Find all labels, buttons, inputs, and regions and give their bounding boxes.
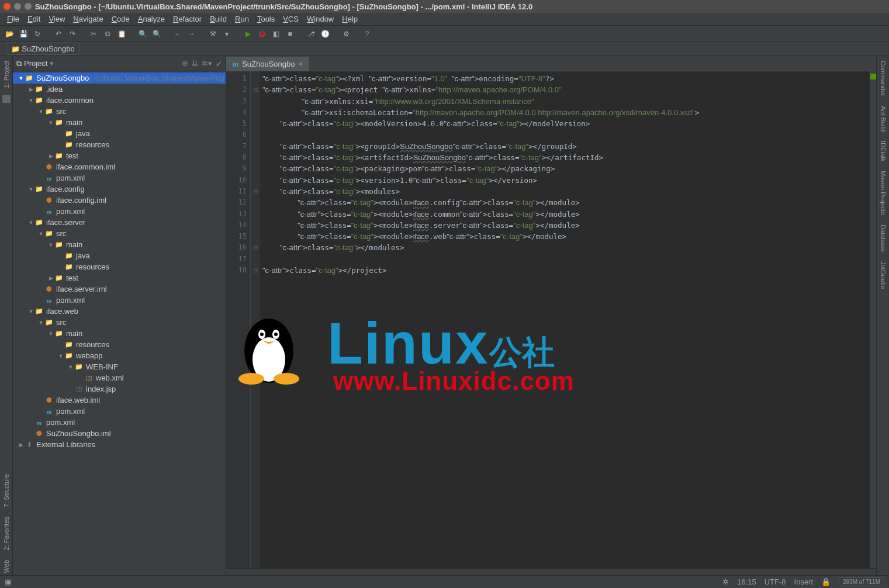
tool-structure[interactable]: 7: Structure (2, 472, 11, 510)
tree-node[interactable]: mpom.xml (13, 295, 226, 306)
encoding[interactable]: UTF-8 (765, 577, 786, 586)
scroll-to-icon[interactable]: ⊕ (182, 59, 188, 68)
help-icon[interactable]: ? (361, 28, 373, 40)
tree-node[interactable]: mpom.xml (13, 172, 226, 184)
tree-node[interactable]: ⬢iface.config.iml (13, 195, 226, 206)
status-icon[interactable]: ▣ (5, 577, 12, 586)
tool-idetalk[interactable]: IDEtalk (878, 139, 888, 164)
memory-indicator[interactable]: 283M of 711M (839, 577, 884, 586)
tree-node[interactable]: ▼📁iface.server (13, 217, 226, 228)
maximize-icon[interactable] (25, 3, 32, 10)
tree-node[interactable]: ▼📁src (13, 106, 226, 117)
tree-node[interactable]: ▶📁test (13, 272, 226, 283)
tool-jetgradle[interactable]: JetGradle (878, 259, 888, 292)
forward-icon[interactable]: → (186, 28, 198, 40)
breadcrumb[interactable]: 📁 SuZhouSongbo (6, 43, 80, 55)
tree-node[interactable]: ▼📁main (13, 328, 226, 339)
error-stripe[interactable] (869, 71, 876, 568)
tree-node[interactable]: 📁resources (13, 261, 226, 272)
paste-icon[interactable]: 📋 (116, 28, 127, 40)
tree-node[interactable]: ▶⫴External Libraries (13, 439, 226, 450)
run-config-icon[interactable]: ▾ (221, 28, 233, 40)
tree-node[interactable]: ▼📁iface.web (13, 306, 226, 317)
caret-position[interactable]: 16:15 (737, 577, 756, 586)
tree-node[interactable]: 📁resources (13, 139, 226, 150)
tree-node[interactable]: ▶📁test (13, 150, 226, 161)
tool-maven-projects[interactable]: Maven Projects (878, 168, 888, 217)
tree-node[interactable]: ▼📁WEB-INF (13, 361, 226, 372)
tool-project[interactable]: 1: Project (2, 58, 11, 90)
settings-icon[interactable]: ⚙ (340, 28, 352, 40)
save-icon[interactable]: 💾 (18, 28, 29, 40)
project-tree[interactable]: ▼📁SuZhouSongbo (~/Ubuntu.VirtualBox.Shar… (13, 71, 226, 575)
tree-node[interactable]: ◫index.jsp (13, 383, 226, 395)
coverage-icon[interactable]: ◧ (270, 28, 282, 40)
tree-node[interactable]: ▼📁iface.common (13, 95, 226, 106)
open-icon[interactable]: 📂 (4, 28, 15, 40)
code-area[interactable]: "c-attr">class="c-tag"><?xml "c-attr">ve… (260, 71, 869, 568)
tree-node[interactable]: ▶📁.idea (13, 84, 226, 95)
build-icon[interactable]: ⚒ (207, 28, 219, 40)
tool-favorites[interactable]: 2: Favorites (2, 514, 11, 552)
back-icon[interactable]: ← (172, 28, 184, 40)
tree-node[interactable]: 📁resources (13, 339, 226, 350)
menu-code[interactable]: Code (109, 14, 132, 24)
lock-icon[interactable]: 🔒 (821, 577, 831, 586)
menu-analyze[interactable]: Analyze (136, 14, 167, 24)
minimize-icon[interactable] (14, 3, 21, 10)
tool-database[interactable]: Database (878, 222, 888, 254)
tree-node[interactable]: mpom.xml (13, 406, 226, 417)
tool-commander[interactable]: Commander (878, 58, 888, 99)
sync-icon[interactable]: ↻ (32, 28, 43, 40)
tab-suzhousongbo[interactable]: m SuZhouSongbo ✕ (226, 57, 309, 71)
history-icon[interactable]: 🕓 (319, 28, 331, 40)
tree-node[interactable]: ◫web.xml (13, 372, 226, 383)
tree-node[interactable]: ▼📁src (13, 317, 226, 328)
run-icon[interactable]: ▶ (242, 28, 254, 40)
menu-navigate[interactable]: Navigate (71, 14, 105, 24)
tool-web[interactable]: Web (2, 558, 11, 575)
project-header[interactable]: ⧉Project▾ (16, 59, 54, 68)
menu-file[interactable]: File (5, 14, 22, 24)
menu-tools[interactable]: Tools (255, 14, 277, 24)
menu-view[interactable]: View (46, 14, 67, 24)
tree-node[interactable]: ⬢iface.web.iml (13, 395, 226, 406)
menu-vcs[interactable]: VCS (281, 14, 301, 24)
menu-help[interactable]: Help (340, 14, 360, 24)
menu-refactor[interactable]: Refactor (171, 14, 204, 24)
horizontal-scrollbar[interactable] (226, 568, 876, 575)
tree-node[interactable]: 📁java (13, 250, 226, 261)
cut-icon[interactable]: ✂ (88, 28, 99, 40)
tree-node[interactable]: ⬢iface.server.iml (13, 283, 226, 295)
tree-node[interactable]: ▼📁main (13, 117, 226, 128)
close-tab-icon[interactable]: ✕ (298, 61, 303, 67)
tool-ant-build[interactable]: Ant Build (878, 103, 888, 134)
find-icon[interactable]: 🔍 (137, 28, 148, 40)
replace-icon[interactable]: 🔍 (151, 28, 162, 40)
collapse-icon[interactable]: ⇊ (192, 59, 198, 68)
menu-build[interactable]: Build (207, 14, 229, 24)
jrebel-icon[interactable] (2, 95, 11, 103)
redo-icon[interactable]: ↷ (67, 28, 78, 40)
vcs-icon[interactable]: ⎇ (305, 28, 317, 40)
tree-node[interactable]: ⬢iface.common.iml (13, 161, 226, 172)
undo-icon[interactable]: ↶ (53, 28, 64, 40)
close-icon[interactable] (4, 3, 11, 10)
hide-icon[interactable]: ↙ (216, 59, 222, 68)
tree-node[interactable]: ▼📁iface.config (13, 184, 226, 195)
copy-icon[interactable]: ⧉ (102, 28, 113, 40)
tree-node[interactable]: 📁java (13, 128, 226, 139)
stop-icon[interactable]: ■ (284, 28, 296, 40)
tree-node[interactable]: ▼📁webapp (13, 350, 226, 361)
tree-node[interactable]: ▼📁src (13, 228, 226, 239)
tree-node[interactable]: ▼📁main (13, 239, 226, 250)
tree-node[interactable]: mpom.xml (13, 206, 226, 217)
tree-node[interactable]: mpom.xml (13, 417, 226, 428)
tree-node[interactable]: ▼📁SuZhouSongbo (~/Ubuntu.VirtualBox.Shar… (13, 72, 226, 84)
tree-node[interactable]: ⬢SuZhouSongbo.iml (13, 428, 226, 439)
debug-icon[interactable]: 🐞 (256, 28, 268, 40)
bg-tasks-icon[interactable]: ✲ (722, 577, 729, 586)
insert-mode[interactable]: Insert (794, 577, 814, 586)
menu-run[interactable]: Run (233, 14, 251, 24)
menu-window[interactable]: Window (305, 14, 336, 24)
